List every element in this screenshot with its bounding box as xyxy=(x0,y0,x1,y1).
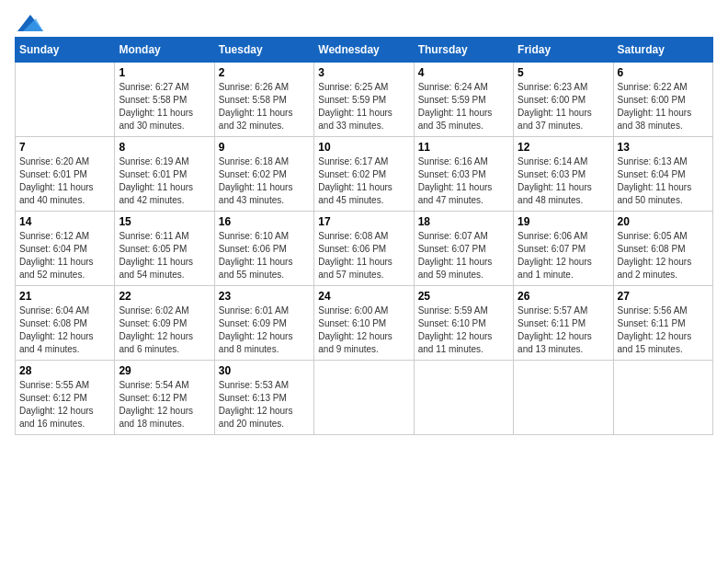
day-info: Sunrise: 6:27 AMSunset: 5:58 PMDaylight:… xyxy=(119,81,210,132)
day-info: Sunrise: 6:20 AMSunset: 6:01 PMDaylight:… xyxy=(19,155,110,207)
page-header xyxy=(15,15,713,26)
day-info: Sunrise: 5:55 AMSunset: 6:12 PMDaylight:… xyxy=(19,379,110,431)
day-cell: 1Sunrise: 6:27 AMSunset: 5:58 PMDaylight… xyxy=(115,63,214,137)
day-cell: 19Sunrise: 6:06 AMSunset: 6:07 PMDayligh… xyxy=(514,212,613,286)
day-number: 23 xyxy=(219,290,310,303)
day-info: Sunrise: 6:23 AMSunset: 6:00 PMDaylight:… xyxy=(518,81,609,132)
day-info: Sunrise: 6:05 AMSunset: 6:08 PMDaylight:… xyxy=(618,230,709,282)
day-info: Sunrise: 5:57 AMSunset: 6:11 PMDaylight:… xyxy=(518,304,609,356)
day-info: Sunrise: 6:18 AMSunset: 6:02 PMDaylight:… xyxy=(219,155,310,207)
day-cell: 29Sunrise: 5:54 AMSunset: 6:12 PMDayligh… xyxy=(115,361,214,435)
header-sunday: Sunday xyxy=(16,38,115,63)
day-info: Sunrise: 6:17 AMSunset: 6:02 PMDaylight:… xyxy=(318,155,409,207)
day-cell: 6Sunrise: 6:22 AMSunset: 6:00 PMDaylight… xyxy=(613,63,712,137)
day-number: 20 xyxy=(618,215,709,228)
day-number: 22 xyxy=(119,290,210,303)
day-info: Sunrise: 6:07 AMSunset: 6:07 PMDaylight:… xyxy=(418,230,509,282)
day-number: 12 xyxy=(518,141,609,154)
day-cell: 20Sunrise: 6:05 AMSunset: 6:08 PMDayligh… xyxy=(613,212,712,286)
header-friday: Friday xyxy=(514,38,613,63)
header-monday: Monday xyxy=(115,38,214,63)
day-cell xyxy=(16,63,115,137)
day-number: 16 xyxy=(219,215,310,228)
day-info: Sunrise: 6:12 AMSunset: 6:04 PMDaylight:… xyxy=(19,230,110,282)
day-info: Sunrise: 6:08 AMSunset: 6:06 PMDaylight:… xyxy=(318,230,409,282)
day-number: 17 xyxy=(318,215,409,228)
day-number: 21 xyxy=(19,290,110,303)
day-cell xyxy=(314,361,414,435)
day-number: 6 xyxy=(618,66,709,79)
day-cell: 8Sunrise: 6:19 AMSunset: 6:01 PMDaylight… xyxy=(115,137,214,212)
day-number: 25 xyxy=(418,290,509,303)
header-saturday: Saturday xyxy=(613,38,712,63)
day-number: 11 xyxy=(418,141,509,154)
calendar-table: SundayMondayTuesdayWednesdayThursdayFrid… xyxy=(15,37,713,435)
day-cell: 13Sunrise: 6:13 AMSunset: 6:04 PMDayligh… xyxy=(613,137,712,212)
day-cell: 12Sunrise: 6:14 AMSunset: 6:03 PMDayligh… xyxy=(514,137,613,212)
day-info: Sunrise: 6:16 AMSunset: 6:03 PMDaylight:… xyxy=(418,155,509,207)
logo-icon xyxy=(17,15,43,31)
day-cell: 23Sunrise: 6:01 AMSunset: 6:09 PMDayligh… xyxy=(214,286,313,361)
header-row: SundayMondayTuesdayWednesdayThursdayFrid… xyxy=(16,38,713,63)
week-row-1: 1Sunrise: 6:27 AMSunset: 5:58 PMDaylight… xyxy=(16,63,713,137)
day-info: Sunrise: 6:06 AMSunset: 6:07 PMDaylight:… xyxy=(518,230,609,282)
day-info: Sunrise: 6:14 AMSunset: 6:03 PMDaylight:… xyxy=(518,155,609,207)
week-row-5: 28Sunrise: 5:55 AMSunset: 6:12 PMDayligh… xyxy=(16,361,713,435)
day-info: Sunrise: 6:11 AMSunset: 6:05 PMDaylight:… xyxy=(119,230,210,282)
day-number: 4 xyxy=(418,66,509,79)
day-cell: 17Sunrise: 6:08 AMSunset: 6:06 PMDayligh… xyxy=(314,212,414,286)
day-info: Sunrise: 6:01 AMSunset: 6:09 PMDaylight:… xyxy=(219,304,310,356)
day-cell: 11Sunrise: 6:16 AMSunset: 6:03 PMDayligh… xyxy=(414,137,513,212)
day-number: 10 xyxy=(318,141,409,154)
day-info: Sunrise: 5:56 AMSunset: 6:11 PMDaylight:… xyxy=(618,304,709,356)
day-number: 29 xyxy=(119,364,210,377)
day-info: Sunrise: 6:00 AMSunset: 6:10 PMDaylight:… xyxy=(318,304,409,356)
header-wednesday: Wednesday xyxy=(314,38,414,63)
day-number: 15 xyxy=(119,215,210,228)
day-info: Sunrise: 6:02 AMSunset: 6:09 PMDaylight:… xyxy=(119,304,210,356)
day-info: Sunrise: 6:25 AMSunset: 5:59 PMDaylight:… xyxy=(318,81,409,132)
day-cell: 3Sunrise: 6:25 AMSunset: 5:59 PMDaylight… xyxy=(314,63,414,137)
week-row-4: 21Sunrise: 6:04 AMSunset: 6:08 PMDayligh… xyxy=(16,286,713,361)
day-cell: 14Sunrise: 6:12 AMSunset: 6:04 PMDayligh… xyxy=(16,212,115,286)
day-number: 2 xyxy=(219,66,310,79)
day-number: 26 xyxy=(518,290,609,303)
day-number: 13 xyxy=(618,141,709,154)
day-info: Sunrise: 6:24 AMSunset: 5:59 PMDaylight:… xyxy=(418,81,509,132)
day-info: Sunrise: 6:13 AMSunset: 6:04 PMDaylight:… xyxy=(618,155,709,207)
day-cell: 2Sunrise: 6:26 AMSunset: 5:58 PMDaylight… xyxy=(214,63,313,137)
logo xyxy=(15,15,43,26)
day-info: Sunrise: 6:04 AMSunset: 6:08 PMDaylight:… xyxy=(19,304,110,356)
day-cell: 16Sunrise: 6:10 AMSunset: 6:06 PMDayligh… xyxy=(214,212,313,286)
day-cell: 4Sunrise: 6:24 AMSunset: 5:59 PMDaylight… xyxy=(414,63,513,137)
day-number: 8 xyxy=(119,141,210,154)
day-number: 24 xyxy=(318,290,409,303)
day-number: 14 xyxy=(19,215,110,228)
day-number: 30 xyxy=(219,364,310,377)
day-number: 28 xyxy=(19,364,110,377)
day-cell: 28Sunrise: 5:55 AMSunset: 6:12 PMDayligh… xyxy=(16,361,115,435)
day-info: Sunrise: 6:10 AMSunset: 6:06 PMDaylight:… xyxy=(219,230,310,282)
day-cell: 26Sunrise: 5:57 AMSunset: 6:11 PMDayligh… xyxy=(514,286,613,361)
day-cell: 7Sunrise: 6:20 AMSunset: 6:01 PMDaylight… xyxy=(16,137,115,212)
day-number: 7 xyxy=(19,141,110,154)
day-number: 9 xyxy=(219,141,310,154)
day-number: 27 xyxy=(618,290,709,303)
day-cell: 30Sunrise: 5:53 AMSunset: 6:13 PMDayligh… xyxy=(214,361,313,435)
header-tuesday: Tuesday xyxy=(214,38,313,63)
day-number: 19 xyxy=(518,215,609,228)
day-cell xyxy=(613,361,712,435)
day-cell: 5Sunrise: 6:23 AMSunset: 6:00 PMDaylight… xyxy=(514,63,613,137)
day-cell xyxy=(514,361,613,435)
day-info: Sunrise: 6:22 AMSunset: 6:00 PMDaylight:… xyxy=(618,81,709,132)
day-cell: 15Sunrise: 6:11 AMSunset: 6:05 PMDayligh… xyxy=(115,212,214,286)
day-info: Sunrise: 5:54 AMSunset: 6:12 PMDaylight:… xyxy=(119,379,210,431)
week-row-2: 7Sunrise: 6:20 AMSunset: 6:01 PMDaylight… xyxy=(16,137,713,212)
day-number: 3 xyxy=(318,66,409,79)
day-info: Sunrise: 5:59 AMSunset: 6:10 PMDaylight:… xyxy=(418,304,509,356)
day-number: 5 xyxy=(518,66,609,79)
day-cell xyxy=(414,361,513,435)
day-cell: 18Sunrise: 6:07 AMSunset: 6:07 PMDayligh… xyxy=(414,212,513,286)
day-cell: 10Sunrise: 6:17 AMSunset: 6:02 PMDayligh… xyxy=(314,137,414,212)
day-cell: 24Sunrise: 6:00 AMSunset: 6:10 PMDayligh… xyxy=(314,286,414,361)
